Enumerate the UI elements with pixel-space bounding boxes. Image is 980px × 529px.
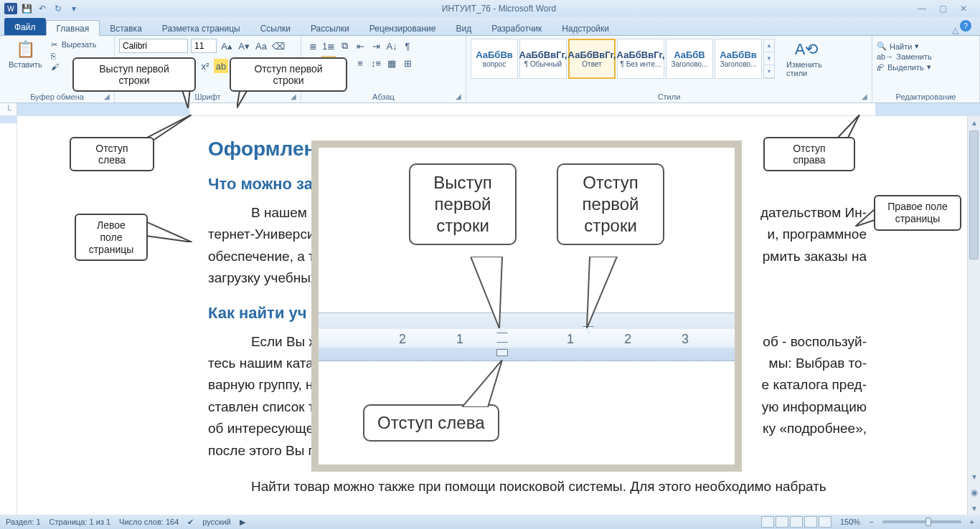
bullets-icon[interactable]: ≣ (306, 39, 320, 53)
minimize-icon[interactable]: — (918, 4, 926, 14)
callout-right-indent: Отступ справа (763, 137, 855, 171)
ribbon-tabs: Файл Главная Вставка Разметка страницы С… (0, 17, 980, 36)
dialog-launcher-icon[interactable]: ◢ (291, 92, 296, 100)
next-page-icon[interactable]: ▾ (968, 502, 980, 515)
style-scroll[interactable]: ▲▼▾ (763, 39, 775, 79)
zoom-level[interactable]: 150% (840, 518, 860, 526)
tab-developer[interactable]: Разработчик (481, 21, 552, 35)
superscript-icon[interactable]: x² (198, 59, 212, 73)
zoom-handle[interactable] (925, 518, 931, 526)
clear-formatting-icon[interactable]: ⌫ (271, 39, 286, 53)
scrollbar-thumb[interactable] (969, 130, 979, 259)
change-case-icon[interactable]: Aa (254, 39, 268, 53)
title-bar: W 💾 ↶ ↻ ▾ ИНТУИТ_76 - Microsoft Word — ▢… (0, 0, 980, 17)
numbering-icon[interactable]: 1≣ (321, 39, 336, 53)
callout-first-line-outdent: Выступ первой строки (72, 57, 196, 92)
tab-mailings[interactable]: Рассылки (301, 21, 359, 35)
group-label-styles: Стили◢ (471, 91, 867, 103)
ribbon-minimize-icon[interactable]: △ (952, 25, 958, 35)
prev-page-icon[interactable]: ◉ (968, 486, 980, 499)
zoom-minus-icon[interactable]: − (869, 518, 873, 526)
style-tile[interactable]: АаБбВввопрос (471, 39, 518, 79)
window-title: ИНТУИТ_76 - Microsoft Word (80, 4, 918, 14)
svg-marker-7 (587, 257, 617, 328)
font-name-input[interactable] (119, 39, 188, 53)
word-icon: W (4, 3, 17, 14)
tab-selector-icon[interactable]: └ (0, 103, 17, 115)
style-tile[interactable]: АаБбВвГг,¶ Обычный (519, 39, 567, 79)
view-draft[interactable] (819, 516, 831, 528)
scroll-up-icon[interactable]: ▴ (968, 116, 980, 129)
multilevel-icon[interactable]: ⧉ (337, 39, 352, 53)
dialog-launcher-icon[interactable]: ◢ (456, 92, 461, 100)
grow-font-icon[interactable]: A▴ (220, 39, 234, 53)
select-button[interactable]: ⮳ Выделить ▾ (877, 62, 932, 72)
style-tile[interactable]: АаБбВвЗаголово... (715, 39, 762, 79)
increase-indent-icon[interactable]: ⇥ (369, 39, 383, 53)
paragraph-text: Найти товар можно также при помощи поиск… (208, 476, 867, 497)
paste-button[interactable]: 📋 Вставить (4, 39, 47, 70)
view-outline[interactable] (804, 516, 817, 528)
tab-addins[interactable]: Надстройки (552, 21, 619, 35)
status-section[interactable]: Раздел: 1 (6, 518, 41, 526)
shading-icon[interactable]: ▦ (385, 56, 399, 70)
status-lang[interactable]: русский (202, 518, 230, 526)
group-editing: 🔍 Найти ▾ ab→ Заменить ⮳ Выделить ▾ Реда… (872, 36, 980, 103)
change-styles-label: Изменить стили (786, 60, 826, 77)
vertical-scrollbar[interactable]: ▴ ▾ ◉ ▾ (967, 116, 980, 515)
styles-gallery: АаБбВввопрос АаБбВвГг,¶ Обычный АаБбВвГг… (471, 39, 775, 79)
save-icon[interactable]: 💾 (20, 2, 33, 15)
borders-icon[interactable]: ⊞ (400, 56, 415, 70)
zoom-plus-icon[interactable]: + (970, 518, 974, 526)
sort-icon[interactable]: A↓ (385, 39, 399, 53)
justify-icon[interactable]: ≡ (353, 56, 367, 70)
status-macro-icon[interactable]: ▶ (240, 518, 245, 527)
change-styles-button[interactable]: A⟲ Изменить стили (782, 39, 831, 79)
vertical-ruler[interactable] (0, 116, 17, 515)
style-tile[interactable]: АаБбВЗаголово... (666, 39, 713, 79)
highlight-icon[interactable]: ab (214, 59, 228, 73)
cut-label: Вырезать (60, 39, 98, 49)
view-web[interactable] (790, 516, 803, 528)
quick-access-toolbar: W 💾 ↶ ↻ ▾ (0, 2, 80, 15)
close-icon[interactable]: ✕ (960, 4, 967, 14)
shrink-font-icon[interactable]: A▾ (237, 39, 251, 53)
style-tile[interactable]: АаБбВвГг,¶ Без инте... (617, 39, 664, 79)
qat-customize-icon[interactable]: ▾ (67, 2, 80, 15)
tab-pagelayout[interactable]: Разметка страницы (152, 21, 250, 35)
status-proofing-icon[interactable]: ✔ (187, 518, 194, 527)
group-styles: АаБбВввопрос АаБбВвГг,¶ Обычный АаБбВвГг… (466, 36, 872, 103)
status-words[interactable]: Число слов: 164 (119, 518, 179, 526)
zoom-slider[interactable] (882, 520, 961, 523)
group-label-paragraph: Абзац◢ (306, 91, 461, 103)
show-marks-icon[interactable]: ¶ (400, 39, 415, 53)
font-size-input[interactable] (191, 39, 217, 53)
dialog-launcher-icon[interactable]: ◢ (862, 92, 867, 100)
replace-button[interactable]: ab→ Заменить (877, 52, 932, 61)
find-button[interactable]: 🔍 Найти ▾ (877, 42, 932, 51)
tab-review[interactable]: Рецензирование (359, 21, 446, 35)
undo-icon[interactable]: ↶ (36, 2, 49, 15)
paste-label: Вставить (9, 60, 42, 69)
tab-home[interactable]: Главная (46, 20, 100, 36)
redo-icon[interactable]: ↻ (52, 2, 65, 15)
scroll-down-icon[interactable]: ▾ (968, 470, 980, 483)
status-bar: Раздел: 1 Страница: 1 из 1 Число слов: 1… (0, 515, 980, 529)
decrease-indent-icon[interactable]: ⇤ (353, 39, 367, 53)
dialog-launcher-icon[interactable]: ◢ (104, 92, 110, 100)
callout-big-left: Отступ слева (363, 404, 499, 442)
status-page[interactable]: Страница: 1 из 1 (50, 518, 111, 526)
tab-references[interactable]: Ссылки (250, 21, 301, 35)
line-spacing-icon[interactable]: ↕≡ (369, 56, 383, 70)
group-label-font: Шрифт◢ (119, 91, 296, 103)
view-full-reading[interactable] (776, 516, 788, 528)
help-icon[interactable]: ? (960, 20, 971, 32)
tab-file[interactable]: Файл (4, 18, 46, 35)
callout-first-line-indent: Отступ первой строки (230, 57, 347, 92)
maximize-icon[interactable]: ▢ (939, 4, 947, 14)
tab-view[interactable]: Вид (446, 21, 481, 35)
style-tile[interactable]: АаБбВвГг,Ответ (568, 39, 616, 79)
view-print-layout[interactable] (761, 516, 774, 528)
tab-insert[interactable]: Вставка (100, 21, 152, 35)
cut-button[interactable]: ✂ Вырезать (50, 39, 100, 50)
